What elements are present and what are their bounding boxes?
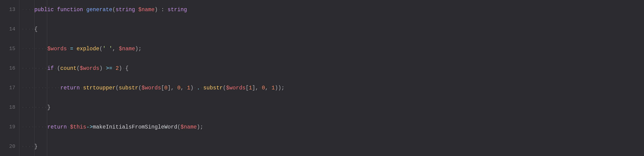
line-number: 16 (0, 59, 15, 78)
token-ws: · (67, 125, 70, 130)
token-punc: ( (223, 86, 226, 91)
token-ws: · (122, 66, 125, 71)
line-number: 18 (0, 98, 15, 117)
token-ws: · (112, 66, 116, 71)
token-punc: [ (246, 86, 249, 91)
code-line[interactable]: ········} (20, 98, 644, 117)
token-punc: ) (119, 66, 122, 71)
token-var: $name (180, 125, 197, 130)
token-punc: } (34, 144, 38, 149)
token-punc: ( (112, 7, 116, 13)
token-ws: · (83, 7, 86, 13)
token-ws: · (54, 66, 57, 71)
line-number: 15 (0, 39, 15, 59)
token-num: 0 (164, 86, 168, 91)
indent-guide (47, 0, 47, 156)
token-punc: ; (138, 46, 142, 52)
line-number-gutter: 1314151617181920 (0, 0, 19, 156)
token-punc: ( (57, 66, 60, 71)
token-punc: ; (200, 125, 203, 130)
token-ws: · (164, 7, 168, 13)
line-number: 17 (0, 78, 15, 98)
token-fn: generate (86, 7, 112, 13)
token-punc: ( (177, 125, 180, 130)
token-kw: return (60, 86, 80, 91)
token-punc: } (47, 105, 50, 110)
token-op: . (197, 86, 200, 91)
token-op: >= (106, 66, 112, 71)
token-var: $words (47, 46, 67, 52)
indent-whitespace: ···· (21, 144, 34, 149)
token-punc: , (180, 86, 184, 91)
token-ws: · (258, 86, 262, 91)
token-ws: · (174, 86, 177, 91)
token-fncall: substr (203, 86, 223, 91)
token-punc: , (171, 86, 174, 91)
token-op: -> (86, 125, 93, 130)
token-punc: ( (76, 66, 80, 71)
token-kw: return (47, 125, 67, 130)
indent-whitespace: ············ (21, 86, 60, 91)
code-line[interactable]: ········return·$this->makeInitialsFromSi… (20, 117, 644, 137)
token-punc: , (255, 86, 258, 91)
token-punc: ] (252, 86, 255, 91)
token-fncall: explode (76, 46, 99, 52)
token-kw: function (57, 7, 83, 13)
token-punc: ) (278, 86, 282, 91)
code-line[interactable]: ····} (20, 137, 644, 156)
token-num: 0 (177, 86, 180, 91)
token-kw: if (47, 66, 54, 71)
token-num: 0 (262, 86, 265, 91)
line-number: 14 (0, 20, 15, 39)
token-var: $words (80, 66, 99, 71)
token-punc: [ (161, 86, 164, 91)
token-ws: · (102, 66, 106, 71)
token-this: $this (70, 125, 86, 130)
code-line[interactable]: ····{ (20, 20, 644, 39)
token-punc: ( (138, 86, 142, 91)
token-punc: ] (168, 86, 171, 91)
token-type: string (116, 7, 135, 13)
code-line[interactable]: ········$words·=·explode(' ',·$name); (20, 39, 644, 59)
code-area[interactable]: ····public·function·generate(string·$nam… (19, 0, 644, 156)
code-line[interactable]: ············return·strtoupper(substr($wo… (20, 78, 644, 98)
token-punc: ) (190, 86, 194, 91)
token-ws: · (158, 7, 161, 13)
line-number: 20 (0, 137, 15, 156)
token-num: 1 (187, 86, 190, 91)
token-num: 2 (116, 66, 119, 71)
token-fncall: strtoupper (83, 86, 116, 91)
code-line[interactable]: ········if·(count($words)·>=·2)·{ (20, 59, 644, 78)
token-num: 1 (272, 86, 275, 91)
indent-whitespace: ···· (21, 7, 34, 13)
token-method: makeInitialsFromSingleWord (93, 125, 177, 130)
token-punc: ) (275, 86, 278, 91)
token-ws: · (268, 86, 272, 91)
token-punc: , (265, 86, 268, 91)
token-var: $words (226, 86, 246, 91)
token-str: ' ' (102, 46, 112, 52)
token-ws: · (135, 7, 138, 13)
token-punc: { (34, 27, 38, 32)
token-var: $name (138, 7, 154, 13)
token-kw: public (34, 7, 54, 13)
token-var: $words (142, 86, 161, 91)
code-line[interactable]: ····public·function·generate(string·$nam… (20, 0, 644, 20)
token-type: string (168, 7, 187, 13)
line-number: 13 (0, 0, 15, 20)
token-punc: { (125, 66, 128, 71)
token-fncall: substr (119, 86, 138, 91)
token-ws: · (80, 86, 83, 91)
token-ws: · (54, 7, 57, 13)
token-ws: · (67, 46, 70, 52)
token-punc: , (112, 46, 116, 52)
token-op: = (70, 46, 73, 52)
token-punc: ( (99, 46, 102, 52)
token-punc: ) (135, 46, 138, 52)
code-editor[interactable]: 1314151617181920 ····public·function·gen… (0, 0, 644, 156)
line-number: 19 (0, 117, 15, 137)
token-var: $name (119, 46, 135, 52)
token-punc: ) (197, 125, 200, 130)
token-ws: · (194, 86, 197, 91)
token-punc: ; (282, 86, 285, 91)
